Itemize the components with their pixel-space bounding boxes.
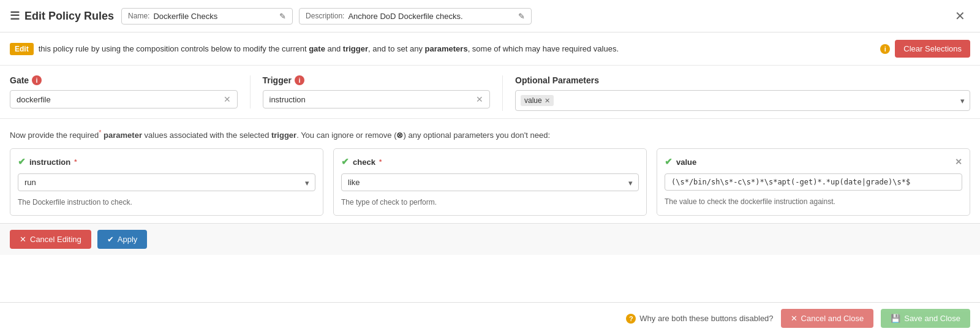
instruction-name: instruction bbox=[29, 158, 70, 167]
value-remove-icon[interactable]: ✕ bbox=[955, 157, 962, 167]
footer-bar: ? Why are both these buttons disabled? ✕… bbox=[0, 302, 980, 334]
instruction-bar: Edit this policy rule by using the compo… bbox=[0, 32, 980, 66]
description-value: Anchore DoD Dockerfile checks. bbox=[348, 12, 462, 21]
required-params-text: Now provide the required* parameter valu… bbox=[10, 129, 970, 140]
param-card-value: ✔ value ✕ The value to check the dockerf… bbox=[657, 148, 970, 216]
cancel-editing-button[interactable]: ✕ Cancel Editing bbox=[10, 230, 91, 249]
edit-badge: Edit bbox=[10, 43, 34, 55]
check-check-icon: ✔ bbox=[341, 156, 349, 167]
trigger-col: Trigger i instruction ✕ bbox=[250, 75, 491, 108]
policy-rules-icon: ☰ bbox=[10, 9, 20, 23]
param-tag-value: value ✕ bbox=[521, 95, 554, 106]
apply-check-icon: ✔ bbox=[107, 235, 114, 244]
optional-params-col: Optional Parameters value ✕ ▾ bbox=[502, 75, 970, 111]
page-title: ☰ Edit Policy Rules bbox=[10, 9, 114, 23]
description-edit-icon[interactable]: ✎ bbox=[518, 12, 525, 21]
selectors-section: Gate i dockerfile ✕ Trigger i instructio… bbox=[0, 66, 980, 118]
gate-label: Gate i bbox=[10, 75, 238, 85]
trigger-info-icon[interactable]: i bbox=[295, 75, 304, 85]
why-disabled-text: ? Why are both these buttons disabled? bbox=[626, 314, 773, 324]
save-close-disk-icon: 💾 bbox=[891, 314, 900, 323]
instruction-info-icon[interactable]: i bbox=[880, 44, 890, 54]
description-field: Description: Anchore DoD Dockerfile chec… bbox=[299, 8, 532, 25]
gate-value: dockerfile bbox=[17, 95, 220, 104]
param-card-check: ✔ check* like not_like = != exists not_e… bbox=[333, 148, 647, 216]
header-fields: Name: Dockerfile Checks ✎ Description: A… bbox=[121, 8, 943, 25]
param-tag-remove-value[interactable]: ✕ bbox=[545, 97, 550, 105]
check-required-star: * bbox=[379, 158, 382, 165]
instruction-description: The Dockerfile instruction to check. bbox=[18, 197, 315, 208]
gate-col: Gate i dockerfile ✕ bbox=[10, 75, 238, 108]
description-label: Description: bbox=[306, 12, 344, 20]
selectors-row: Gate i dockerfile ✕ Trigger i instructio… bbox=[10, 75, 970, 111]
optional-params-tags[interactable]: value ✕ ▾ bbox=[515, 90, 970, 111]
instruction-text: this policy rule by using the compositio… bbox=[39, 44, 876, 53]
value-input[interactable] bbox=[665, 173, 962, 191]
cancel-editing-x-icon: ✕ bbox=[20, 235, 26, 244]
name-edit-icon[interactable]: ✎ bbox=[279, 12, 286, 21]
gate-input[interactable]: dockerfile ✕ bbox=[10, 90, 238, 108]
value-description: The value to check the dockerfile instru… bbox=[665, 197, 962, 207]
trigger-input[interactable]: instruction ✕ bbox=[263, 90, 491, 108]
check-name: check bbox=[353, 158, 375, 167]
instruction-select-wrapper: run from copy add env expose user workdi… bbox=[18, 173, 315, 191]
gate-info-icon[interactable]: i bbox=[32, 75, 42, 85]
required-params-section: Now provide the required* parameter valu… bbox=[0, 119, 980, 223]
name-field: Name: Dockerfile Checks ✎ bbox=[121, 8, 293, 25]
save-close-button[interactable]: 💾 Save and Close bbox=[881, 309, 970, 328]
value-name: value bbox=[676, 158, 696, 167]
instruction-check-icon: ✔ bbox=[18, 156, 26, 167]
param-card-check-header: ✔ check* bbox=[341, 156, 639, 167]
trigger-label: Trigger i bbox=[263, 75, 491, 85]
why-disabled-info-icon[interactable]: ? bbox=[626, 314, 636, 324]
trigger-value: instruction bbox=[270, 95, 473, 104]
params-dropdown-arrow[interactable]: ▾ bbox=[960, 96, 965, 105]
param-card-instruction: ✔ instruction* run from copy add env exp… bbox=[10, 148, 323, 216]
instruction-select[interactable]: run from copy add env expose user workdi… bbox=[18, 173, 315, 191]
trigger-clear-icon[interactable]: ✕ bbox=[476, 94, 483, 104]
param-card-value-header: ✔ value ✕ bbox=[665, 156, 962, 167]
check-select-wrapper: like not_like = != exists not_exists ▾ bbox=[341, 173, 639, 191]
instruction-required-star: * bbox=[74, 158, 77, 165]
clear-selections-button[interactable]: Clear Selections bbox=[895, 40, 970, 58]
page-wrapper: ☰ Edit Policy Rules Name: Dockerfile Che… bbox=[0, 0, 980, 334]
close-button[interactable]: ✕ bbox=[950, 6, 970, 26]
gate-clear-icon[interactable]: ✕ bbox=[224, 94, 231, 104]
param-card-instruction-header: ✔ instruction* bbox=[18, 156, 315, 167]
action-bar: ✕ Cancel Editing ✔ Apply bbox=[0, 223, 980, 255]
header: ☰ Edit Policy Rules Name: Dockerfile Che… bbox=[0, 0, 980, 32]
name-label: Name: bbox=[128, 12, 149, 20]
cancel-close-button[interactable]: ✕ Cancel and Close bbox=[781, 309, 874, 328]
value-check-icon: ✔ bbox=[665, 156, 673, 167]
check-select[interactable]: like not_like = != exists not_exists bbox=[341, 173, 639, 191]
params-cards-row: ✔ instruction* run from copy add env exp… bbox=[10, 148, 970, 216]
optional-params-label: Optional Parameters bbox=[515, 75, 970, 85]
apply-button[interactable]: ✔ Apply bbox=[97, 230, 148, 249]
name-value: Dockerfile Checks bbox=[153, 12, 217, 21]
check-description: The type of check to perform. bbox=[341, 197, 639, 208]
cancel-close-x-icon: ✕ bbox=[791, 314, 797, 323]
